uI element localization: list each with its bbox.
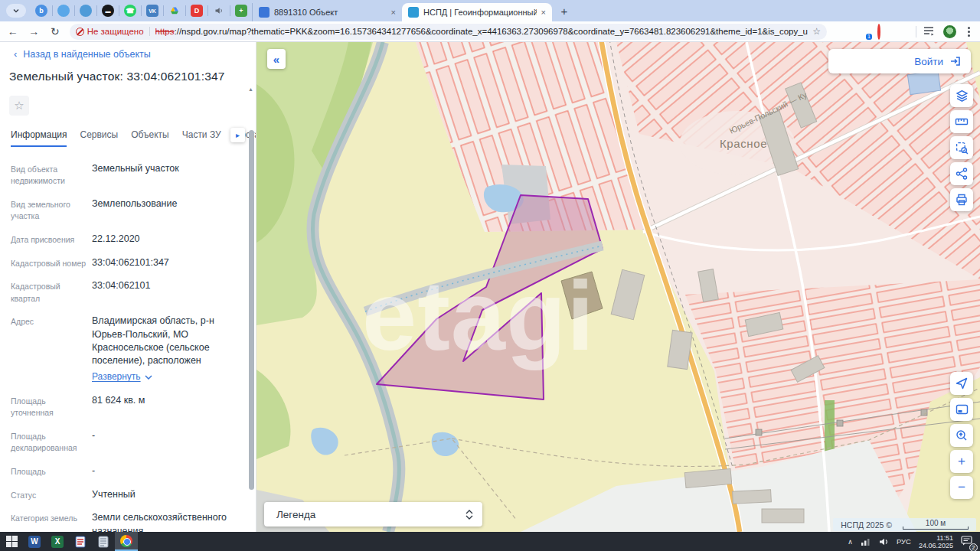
tab-separator: [207, 5, 208, 16]
pinned-tab-whatsapp-icon[interactable]: ☎: [124, 5, 136, 17]
address-bar[interactable]: Не защищено https://nspd.gov.ru/map?them…: [70, 24, 827, 40]
coordinate-search-icon: [956, 429, 968, 442]
back-to-results-link[interactable]: ‹ Назад в найденные объекты: [14, 48, 256, 60]
ruler-icon: [955, 116, 969, 127]
browser-tab-other[interactable]: 8891310 Объект ×: [252, 3, 402, 21]
volume-icon[interactable]: [879, 537, 889, 546]
tab-separator: [163, 5, 164, 16]
pinned-tab-bitrix-icon[interactable]: b: [35, 5, 47, 17]
new-tab-button[interactable]: +: [557, 3, 572, 18]
pinned-tab-incognito-icon[interactable]: ▬: [102, 5, 114, 17]
favorite-star-button[interactable]: ☆: [9, 96, 29, 116]
taskbar-chrome[interactable]: [115, 532, 138, 551]
pinned-tab-blue2-icon[interactable]: [80, 5, 92, 17]
taskbar-word[interactable]: W: [23, 532, 46, 551]
tab-services[interactable]: Сервисы: [80, 129, 118, 147]
field-value: -: [87, 465, 236, 478]
taskbar-excel[interactable]: X: [46, 532, 69, 551]
page-title: Земельный участок: 33:04:062101:347: [9, 70, 245, 83]
tab-title: 8891310 Объект: [274, 8, 387, 17]
not-secure-icon: [76, 28, 84, 36]
tab-objects[interactable]: Объекты: [131, 129, 169, 147]
extension-badge: 1: [866, 34, 872, 40]
measure-button[interactable]: [950, 110, 973, 133]
tabs-scroll-right-button[interactable]: ▸: [230, 128, 245, 142]
address-value: Владимирская область, р-н Юрьев-Польский…: [92, 315, 214, 366]
legend-dropdown[interactable]: Легенда: [264, 502, 482, 527]
tab-search-button[interactable]: [6, 4, 26, 18]
taskbar-app-doc2[interactable]: [92, 532, 115, 551]
start-button[interactable]: [0, 532, 23, 551]
browser-tab-strip: b ▬ ☎ VK D + 8891310 Объект × НСПД | Г: [0, 0, 980, 21]
tab-separator: [185, 5, 186, 16]
taskbar-app-doc1[interactable]: [69, 532, 92, 551]
tab-favicon: [259, 7, 270, 18]
extension-o-icon[interactable]: [877, 25, 889, 37]
url-scheme: https: [155, 27, 175, 36]
tab-information[interactable]: Информация: [11, 129, 67, 147]
time-label: 11:51: [936, 534, 953, 542]
url-text: https://nspd.gov.ru/map?thematic=PKK&zoo…: [155, 27, 808, 36]
field-value: Учтенный: [87, 488, 236, 501]
layers-button[interactable]: [950, 84, 973, 107]
map-canvas[interactable]: etagi Красное Юрьев-Польский — Ку: [256, 42, 980, 532]
pinned-tab-drive-icon[interactable]: [168, 5, 181, 17]
layers-icon: [956, 90, 969, 103]
extension-adguard-icon[interactable]: 1: [857, 25, 869, 37]
speaker-icon: [214, 6, 224, 15]
field-value: Землепользование: [87, 197, 236, 222]
panel-tabs: Информация Сервисы Объекты Части ЗУ Сост…: [11, 129, 256, 147]
expand-address-link[interactable]: Развернуть: [92, 370, 152, 383]
print-button[interactable]: [950, 188, 973, 211]
network-icon[interactable]: [861, 537, 871, 546]
tab-separator: [96, 5, 97, 16]
tab-close-icon[interactable]: ×: [541, 8, 546, 17]
field-value: Земельный участок: [87, 162, 236, 187]
field-value: 33:04:062101: [87, 279, 236, 304]
pinned-tab-blue-icon[interactable]: [57, 5, 70, 17]
notification-center-button[interactable]: 2: [961, 535, 972, 549]
reading-list-icon[interactable]: [923, 25, 936, 37]
tab-close-icon[interactable]: ×: [391, 8, 396, 17]
collapse-panel-button[interactable]: «: [267, 49, 286, 69]
browser-menu-icon[interactable]: [963, 25, 974, 37]
pinned-tab-vk-icon[interactable]: VK: [146, 5, 158, 17]
back-button[interactable]: ←: [5, 23, 21, 40]
scroll-up-icon[interactable]: ▲: [248, 86, 253, 92]
pinned-tab-speaker-icon[interactable]: [213, 5, 225, 17]
print-icon: [956, 194, 968, 206]
clock[interactable]: 11:51 24.06.2025: [919, 534, 953, 549]
tab-parts[interactable]: Части ЗУ: [182, 129, 221, 147]
panel-scrollbar[interactable]: [249, 130, 254, 490]
refresh-button[interactable]: ↻: [47, 23, 64, 40]
forward-button[interactable]: →: [26, 23, 43, 40]
minimap-button[interactable]: [950, 398, 973, 421]
extension-shield-icon[interactable]: [837, 25, 849, 37]
pinned-tabs: b ▬ ☎ VK D +: [31, 5, 252, 17]
field-label: Кадастровый номер: [11, 256, 87, 269]
info-row: Кадастровый номер33:04:062101:347: [11, 256, 236, 269]
my-location-button[interactable]: [950, 372, 973, 395]
login-button[interactable]: Войти: [828, 49, 971, 73]
info-row: Вид объекта недвижимостиЗемельный участо…: [11, 162, 236, 187]
document-icon: [97, 536, 109, 548]
field-value: Земли сельскохозяйственного назначения: [87, 511, 236, 532]
pinned-tab-green-plus-icon[interactable]: +: [235, 5, 247, 17]
zoom-out-button[interactable]: −: [950, 476, 973, 499]
zoom-in-button[interactable]: +: [950, 450, 973, 473]
bookmark-star-icon[interactable]: ☆: [812, 26, 821, 37]
area-search-button[interactable]: [950, 136, 973, 159]
coordinate-search-button[interactable]: [950, 424, 973, 447]
pinned-tab-dzen-icon[interactable]: D: [191, 5, 203, 17]
field-value: -: [87, 429, 236, 454]
security-badge[interactable]: Не защищено: [76, 27, 150, 36]
share-button[interactable]: [950, 162, 973, 185]
language-indicator[interactable]: РУС: [897, 537, 911, 546]
extensions-area: 1: [833, 25, 980, 38]
extension-puzzle-icon[interactable]: [897, 25, 909, 37]
tray-chevron-icon[interactable]: ∧: [848, 538, 853, 546]
browser-tab-active[interactable]: НСПД | Геоинформационный ×: [402, 3, 552, 21]
info-rows: Вид объекта недвижимостиЗемельный участо…: [11, 162, 236, 532]
browser-toolbar: ← → ↻ Не защищено https://nspd.gov.ru/ma…: [0, 21, 980, 42]
profile-avatar[interactable]: [943, 25, 956, 38]
